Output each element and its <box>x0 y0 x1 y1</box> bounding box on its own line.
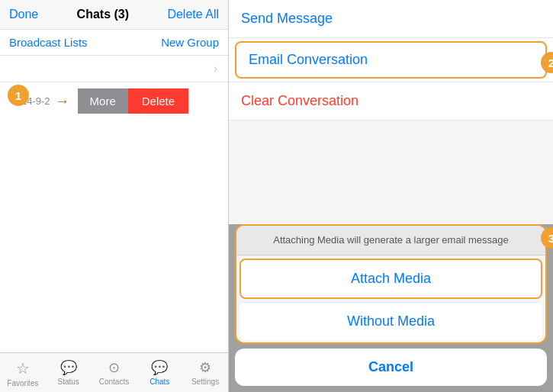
swipe-arrow-icon: → <box>55 92 70 110</box>
settings-icon: ⚙ <box>199 359 211 376</box>
email-conversation-highlighted-box: Email Conversation <box>235 41 547 79</box>
action-buttons: More Delete <box>78 88 189 114</box>
without-media-container: Without Media <box>240 302 542 340</box>
swipe-content: 14-9-2 → More Delete <box>9 88 228 114</box>
without-media-button[interactable]: Without Media <box>240 302 542 340</box>
action-sheet: Attaching Media will generate a larger e… <box>235 224 547 344</box>
tab-bar: ☆ Favorites 💬 Status ⊙ Contacts 💬 Chats … <box>0 352 228 392</box>
tab-settings-label: Settings <box>191 378 219 386</box>
clear-conversation-item[interactable]: Clear Conversation <box>229 82 553 120</box>
right-panel: 2 3 Send Message Email Conversation Clea… <box>229 0 553 392</box>
chats-title: Chats (3) <box>77 8 129 21</box>
chevron-right-icon: › <box>214 62 217 76</box>
contacts-icon: ⊙ <box>108 359 120 376</box>
tab-settings[interactable]: ⚙ Settings <box>182 356 228 390</box>
broadcast-lists-link[interactable]: Broadcast Lists <box>9 36 88 49</box>
email-conversation-item[interactable]: Email Conversation <box>236 43 545 77</box>
chat-row-chevron[interactable]: › <box>0 56 228 82</box>
action-sheet-message: Attaching Media will generate a larger e… <box>236 226 545 255</box>
delete-button[interactable]: Delete <box>128 88 188 114</box>
menu-section: Send Message Email Conversation Clear Co… <box>229 0 553 120</box>
attach-media-highlight: Attach Media <box>240 259 542 299</box>
clear-conversation-label: Clear Conversation <box>241 93 358 108</box>
action-sheet-overlay: Attaching Media will generate a larger e… <box>229 224 553 392</box>
chats-icon: 💬 <box>151 359 168 376</box>
tab-contacts-label: Contacts <box>99 378 129 386</box>
annotation-1: 1 <box>8 85 29 106</box>
second-bar: Broadcast Lists New Group <box>0 30 228 56</box>
new-group-link[interactable]: New Group <box>161 36 219 49</box>
delete-all-button[interactable]: Delete All <box>167 8 219 21</box>
tab-chats-label: Chats <box>150 378 169 386</box>
tab-status[interactable]: 💬 Status <box>46 356 92 390</box>
more-button[interactable]: More <box>78 88 128 114</box>
done-button[interactable]: Done <box>9 8 38 21</box>
status-icon: 💬 <box>60 359 77 376</box>
cancel-button[interactable]: Cancel <box>235 349 547 386</box>
tab-favorites-label: Favorites <box>7 379 38 387</box>
email-conversation-label: Email Conversation <box>249 52 368 67</box>
left-panel: Done Chats (3) Delete All Broadcast List… <box>0 0 229 392</box>
attach-media-button[interactable]: Attach Media <box>241 260 541 297</box>
swipe-row: 14-9-2 → More Delete <box>0 82 228 120</box>
annotation-1-circle: 1 <box>8 85 29 106</box>
favorites-icon: ☆ <box>16 359 30 378</box>
tab-contacts[interactable]: ⊙ Contacts <box>92 356 137 390</box>
tab-favorites[interactable]: ☆ Favorites <box>0 356 46 390</box>
send-message-label: Send Message <box>241 11 333 26</box>
send-message-item[interactable]: Send Message <box>229 0 553 38</box>
tab-chats[interactable]: 💬 Chats <box>137 356 182 390</box>
top-bar: Done Chats (3) Delete All <box>0 0 228 30</box>
chat-list-area: 1 › 14-9-2 → More Delete <box>0 56 228 352</box>
tab-status-label: Status <box>58 378 79 386</box>
